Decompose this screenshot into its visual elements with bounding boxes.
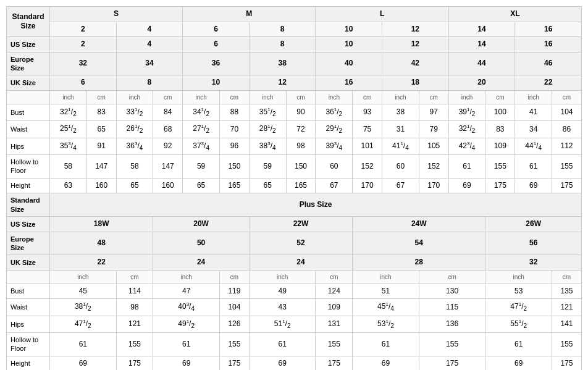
plus-unit-inch-5: inch: [485, 270, 552, 284]
height-row-standard: Height 63 160 65 160 65 165 65 165 67 17…: [7, 178, 582, 193]
plus-europe-label: Europe Size: [7, 232, 50, 255]
plus-unit-cm-5: cm: [552, 270, 582, 284]
waist-l10-cm: 75: [353, 121, 382, 138]
plus-unit-inch-3: inch: [249, 270, 316, 284]
uk-10: 10: [183, 75, 250, 91]
bust-xl14-inch: 391/2: [448, 104, 485, 120]
plus-us-label: US Size: [7, 216, 50, 232]
hips-xl14-inch: 423/4: [448, 138, 485, 154]
us-4: 4: [116, 37, 183, 53]
unit-cm-1: cm: [86, 90, 116, 104]
plus-hips-20w-cm: 126: [219, 316, 249, 332]
plus-hollow-26w-inch: 61: [485, 333, 552, 356]
plus-height-22w-inch: 69: [249, 356, 316, 370]
waist-l12-cm: 79: [419, 121, 448, 138]
plus-waist-26w-cm: 121: [552, 299, 582, 316]
waist-label: Waist: [7, 121, 50, 138]
hips-l12-cm: 105: [419, 138, 448, 154]
waist-m6-inch: 271/2: [183, 121, 220, 138]
plus-us-24w: 24W: [353, 216, 485, 232]
height-m6-inch: 65: [183, 178, 220, 193]
plus-unit-inch-4: inch: [353, 270, 419, 284]
bust-l12-cm: 97: [419, 104, 448, 120]
us-size-2: 2: [50, 22, 117, 37]
waist-s4-inch: 261/2: [116, 121, 153, 138]
unit-row-plus: inch cm inch cm inch cm inch cm inch cm: [7, 270, 582, 284]
plus-hollow-20w-cm: 155: [219, 333, 249, 356]
height-m6-cm: 165: [219, 178, 249, 193]
europe-size-row: Europe Size 32 34 36 38 40 42 44 46: [7, 52, 582, 75]
height-xl16-cm: 175: [552, 178, 582, 193]
size-l-header: L: [316, 7, 448, 22]
plus-bust-20w-inch: 47: [153, 284, 220, 299]
height-m8-inch: 65: [249, 178, 286, 193]
hollow-xl14-inch: 61: [448, 155, 485, 179]
plus-us-20w: 20W: [153, 216, 249, 232]
bust-s2-inch: 321/2: [50, 104, 87, 120]
unit-row-standard: inch cm inch cm inch cm inch cm inch cm …: [7, 90, 582, 104]
uk-size-row: UK Size 6 8 10 12 16 18 20 22: [7, 75, 582, 91]
unit-cm-7: cm: [485, 90, 515, 104]
plus-hollow-26w-cm: 155: [552, 333, 582, 356]
plus-hollow-18w-cm: 155: [116, 333, 153, 356]
plus-hollow-18w-inch: 61: [50, 333, 117, 356]
plus-uk-label: UK Size: [7, 255, 50, 271]
waist-l10-inch: 291/2: [316, 121, 353, 138]
plus-waist-24w-cm: 115: [419, 299, 485, 316]
us-size-12: 12: [382, 22, 449, 37]
plus-europe-52: 52: [249, 232, 352, 255]
europe-34: 34: [116, 52, 183, 75]
plus-unit-inch-1: inch: [50, 270, 117, 284]
standard-size-header-row: StandardSize S M L XL: [7, 7, 582, 22]
hips-s2-inch: 353/4: [50, 138, 87, 154]
bust-row-plus: Bust 45 114 47 119 49 124 51 130 53 135: [7, 284, 582, 299]
hips-xl16-inch: 441/4: [515, 138, 552, 154]
waist-row-plus: Waist 381/2 98 403/4 104 43 109 451/4 11…: [7, 299, 582, 316]
plus-bust-22w-cm: 124: [316, 284, 353, 299]
unit-cm-8: cm: [552, 90, 582, 104]
unit-inch-8: inch: [515, 90, 552, 104]
plus-height-18w-inch: 69: [50, 356, 117, 370]
unit-inch-7: inch: [448, 90, 485, 104]
us-2: 2: [50, 37, 117, 53]
hollow-l10-inch: 60: [316, 155, 353, 179]
waist-l12-inch: 31: [382, 121, 419, 138]
us-size-8: 8: [249, 22, 316, 37]
plus-hips-22w-cm: 131: [316, 316, 353, 332]
hollow-label: Hollow toFloor: [7, 155, 50, 179]
plus-bust-20w-cm: 119: [219, 284, 249, 299]
europe-36: 36: [183, 52, 250, 75]
waist-s2-cm: 65: [86, 121, 116, 138]
plus-europe-54: 54: [353, 232, 485, 255]
plus-bust-18w-cm: 114: [116, 284, 153, 299]
plus-unit-cm-3: cm: [316, 270, 353, 284]
plus-waist-20w-inch: 403/4: [153, 299, 220, 316]
plus-size-section-header: Standard Size Plus Size: [7, 193, 582, 217]
plus-waist-22w-cm: 109: [316, 299, 353, 316]
plus-uk-size-row: UK Size 22 24 24 28 32: [7, 255, 582, 271]
waist-m8-cm: 72: [286, 121, 316, 138]
plus-us-size-row: US Size 18W 20W 22W 24W 26W: [7, 216, 582, 232]
uk-22: 22: [515, 75, 582, 91]
plus-height-20w-inch: 69: [153, 356, 220, 370]
size-m-header: M: [183, 7, 316, 22]
hips-xl14-cm: 109: [485, 138, 515, 154]
hips-m6-cm: 96: [219, 138, 249, 154]
plus-us-26w: 26W: [485, 216, 582, 232]
hollow-xl16-cm: 155: [552, 155, 582, 179]
plus-uk-22: 22: [50, 255, 153, 271]
hips-m6-inch: 373/4: [183, 138, 220, 154]
europe-44: 44: [448, 52, 515, 75]
unit-inch-6: inch: [382, 90, 419, 104]
plus-hollow-20w-inch: 61: [153, 333, 220, 356]
unit-cm-4: cm: [286, 90, 316, 104]
uk-8: 8: [116, 75, 183, 91]
size-s-header: S: [50, 7, 183, 22]
uk-size-label: UK Size: [7, 75, 50, 91]
plus-waist-label: Waist: [7, 299, 50, 316]
plus-height-24w-inch: 69: [353, 356, 419, 370]
plus-height-26w-inch: 69: [485, 356, 552, 370]
us-size-4: 4: [116, 22, 183, 37]
waist-xl16-cm: 86: [552, 121, 582, 138]
height-l10-cm: 170: [353, 178, 382, 193]
